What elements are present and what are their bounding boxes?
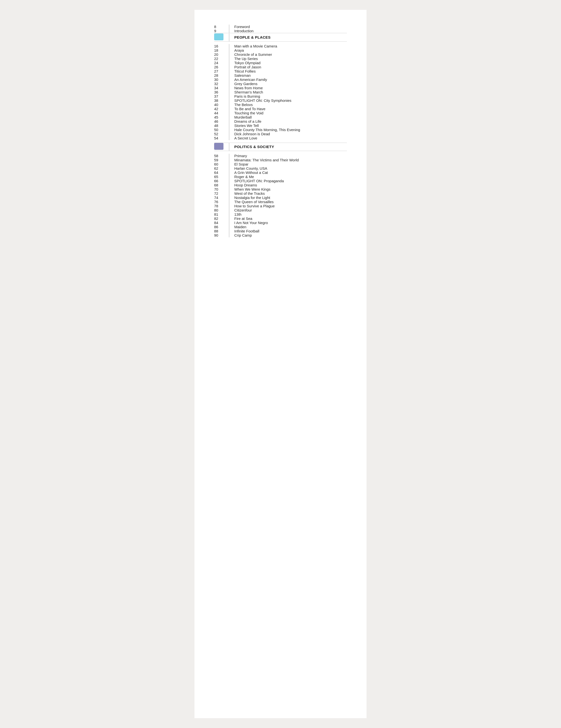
toc-entry: 66 SPOTLIGHT ON: Propaganda: [214, 179, 347, 183]
toc-entry: 44 Touching the Void: [214, 111, 347, 115]
page-number: 40: [214, 103, 229, 107]
entry-title: Fire at Sea: [230, 216, 347, 221]
page-number: 8: [214, 25, 229, 29]
entry-title: Dick Johnson is Dead: [230, 132, 347, 136]
page-number: 60: [214, 162, 229, 166]
page-number: 18: [214, 48, 229, 52]
toc-entry: 59 Minamata: The Victims and Their World: [214, 158, 347, 162]
page-number: 45: [214, 115, 229, 119]
entry-title: A Grin Without a Cat: [230, 170, 347, 175]
toc-entry: 90 Crip Camp: [214, 233, 347, 237]
toc-entry: 32 Grey Gardens: [214, 82, 347, 86]
entry-title: Minamata: The Victims and Their World: [230, 158, 347, 162]
entry-title: SPOTLIGHT ON: Propaganda: [230, 179, 347, 183]
entry-title: Stories We Tell: [230, 123, 347, 128]
toc-entry: 65 Roger & Me: [214, 175, 347, 179]
page-number: 86: [214, 225, 229, 229]
toc-entry: 28 Salesman: [214, 73, 347, 77]
entry-title: Crip Camp: [230, 233, 347, 237]
page-number: 74: [214, 196, 229, 200]
page-number: 54: [214, 136, 229, 140]
page-number: 48: [214, 123, 229, 128]
toc-entry: 16 Man with a Movie Camera: [214, 44, 347, 48]
page-number: 28: [214, 73, 229, 77]
toc-entry: 68 Hoop Dreams: [214, 183, 347, 187]
entry-title: Nostalgia for the Light: [230, 196, 347, 200]
page-number: 70: [214, 187, 229, 191]
entry-title: Harlan County, USA: [230, 166, 347, 170]
entry-title: Titicut Follies: [230, 69, 347, 73]
toc-entry: 52 Dick Johnson is Dead: [214, 132, 347, 136]
entry-title: Araya: [230, 48, 347, 52]
entry-title: Chronicle of a Summer: [230, 52, 347, 57]
toc-entry: 42 To Be and To Have: [214, 107, 347, 111]
page: 8 Foreword 9 Introduction PEOPLE & PLACE…: [195, 10, 366, 718]
entry-title: To Be and To Have: [230, 107, 347, 111]
entry-title: Maiden: [230, 225, 347, 229]
section-title-cell: PEOPLE & PLACES: [230, 33, 347, 42]
page-number: 22: [214, 57, 229, 61]
toc-entry: 38 SPOTLIGHT ON: City Symphonies: [214, 98, 347, 103]
toc-entry: 37 Paris is Burning: [214, 94, 347, 98]
page-number: 34: [214, 86, 229, 90]
section-title: POLITICS & SOCIETY: [230, 145, 274, 149]
toc-entry: 20 Chronicle of a Summer: [214, 52, 347, 57]
toc-entry: 70 When We Were Kings: [214, 187, 347, 191]
toc-entry: 50 Hale County This Morning, This Evenin…: [214, 128, 347, 132]
toc-entry: 86 Maiden: [214, 225, 347, 229]
toc-entry: 45 Murderball: [214, 115, 347, 119]
intro-entry: 9 Introduction: [214, 29, 347, 33]
section-color-cell: [214, 143, 229, 151]
page-number: 36: [214, 90, 229, 94]
entry-title: Primary: [230, 154, 347, 158]
section-color-cell: [214, 33, 229, 42]
page-number: 72: [214, 191, 229, 196]
toc-entry: 30 An American Family: [214, 77, 347, 82]
page-number: 81: [214, 212, 229, 216]
spacer-bottom: [214, 140, 347, 143]
spacer: [214, 42, 347, 44]
entry-title: Citizenfour: [230, 208, 347, 212]
entry-title: West of the Tracks: [230, 191, 347, 196]
toc-table: 8 Foreword 9 Introduction PEOPLE & PLACE…: [214, 25, 347, 240]
page-number: 76: [214, 200, 229, 204]
entry-title: A Secret Love: [230, 136, 347, 140]
toc-entry: 58 Primary: [214, 154, 347, 158]
page-number: 84: [214, 221, 229, 225]
page-number: 9: [214, 29, 229, 33]
page-number: 78: [214, 204, 229, 208]
page-number: 82: [214, 216, 229, 221]
entry-title: Touching the Void: [230, 111, 347, 115]
toc-entry: 36 Sherman's March: [214, 90, 347, 94]
page-number: 44: [214, 111, 229, 115]
toc-entry: 82 Fire at Sea: [214, 216, 347, 221]
entry-title: SPOTLIGHT ON: City Symphonies: [230, 98, 347, 103]
page-number: 42: [214, 107, 229, 111]
toc-entry: 72 West of the Tracks: [214, 191, 347, 196]
entry-title: When We Were Kings: [230, 187, 347, 191]
page-number: 50: [214, 128, 229, 132]
entry-title: Hoop Dreams: [230, 183, 347, 187]
page-number: 66: [214, 179, 229, 183]
page-number: 64: [214, 170, 229, 175]
toc-entry: 88 Infinite Football: [214, 229, 347, 233]
toc-entry: 27 Titicut Follies: [214, 69, 347, 73]
entry-title: How to Survive a Plague: [230, 204, 347, 208]
section-title: PEOPLE & PLACES: [230, 35, 271, 39]
page-number: 26: [214, 65, 229, 69]
entry-title: Introduction: [230, 29, 347, 33]
entry-title: Dreams of a Life: [230, 119, 347, 123]
intro-entry: 8 Foreword: [214, 25, 347, 29]
entry-title: The Belovs: [230, 103, 347, 107]
toc-entry: 78 How to Survive a Plague: [214, 204, 347, 208]
entry-title: Tokyo Olympiad: [230, 61, 347, 65]
entry-title: Salesman: [230, 73, 347, 77]
entry-title: An American Family: [230, 77, 347, 82]
entry-title: Roger & Me: [230, 175, 347, 179]
page-number: 27: [214, 69, 229, 73]
entry-title: Foreword: [230, 25, 347, 29]
toc-entry: 48 Stories We Tell: [214, 123, 347, 128]
entry-title: The Queen of Versailles: [230, 200, 347, 204]
page-number: 38: [214, 98, 229, 103]
toc-entry: 22 The Up Series: [214, 57, 347, 61]
